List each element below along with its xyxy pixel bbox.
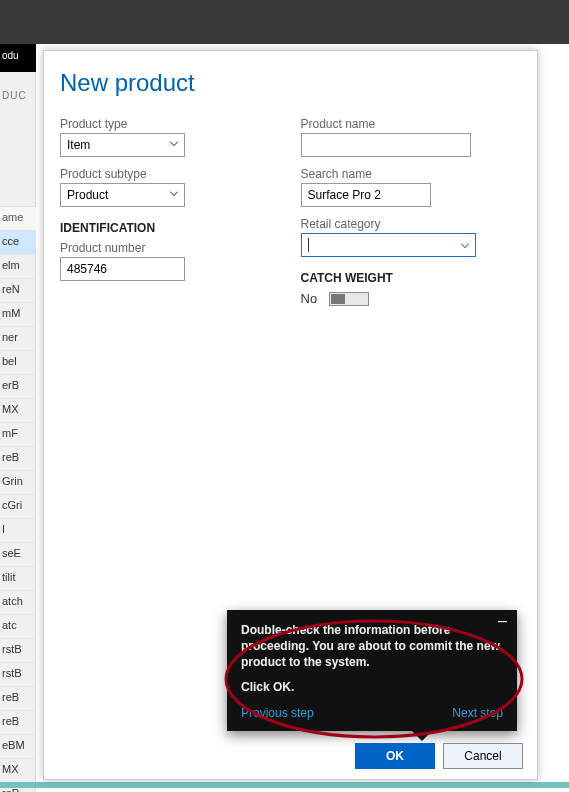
app-top-bar: [0, 0, 569, 44]
list-item[interactable]: cGri: [0, 494, 36, 518]
product-name-input[interactable]: [301, 133, 471, 157]
list-item[interactable]: rstB: [0, 638, 36, 662]
new-product-dialog: New product Product type Item Product su…: [43, 50, 538, 780]
tooltip-next-link[interactable]: Next step: [452, 705, 503, 721]
tooltip-body-text: Double-check the information before proc…: [241, 622, 503, 671]
catch-weight-heading: CATCH WEIGHT: [301, 271, 522, 285]
search-name-input[interactable]: [301, 183, 431, 207]
list-item[interactable]: cce: [0, 230, 36, 254]
form-right-column: Product name Search name Retail category…: [301, 115, 522, 306]
form-left-column: Product type Item Product subtype Produc…: [60, 115, 281, 306]
chevron-down-icon: [459, 238, 471, 256]
list-item[interactable]: ner: [0, 326, 36, 350]
background-sidebar: odu DUC amecceelmreNmMnerbelerBMXmFreBGr…: [0, 44, 36, 792]
sidebar-section-fragment: DUC: [2, 90, 27, 101]
product-subtype-label: Product subtype: [60, 167, 281, 181]
retail-category-select[interactable]: [301, 233, 476, 257]
product-subtype-value: Product: [67, 188, 108, 202]
list-item[interactable]: bel: [0, 350, 36, 374]
list-item[interactable]: reB: [0, 446, 36, 470]
toggle-knob-icon: [331, 294, 345, 304]
product-number-label: Product number: [60, 241, 281, 255]
list-item[interactable]: atch: [0, 590, 36, 614]
tooltip-previous-link[interactable]: Previous step: [241, 705, 314, 721]
list-item[interactable]: mM: [0, 302, 36, 326]
search-name-label: Search name: [301, 167, 522, 181]
bottom-accent-bar: [0, 782, 569, 788]
tooltip-action-text: Click OK.: [241, 679, 503, 695]
list-item[interactable]: MX: [0, 398, 36, 422]
identification-heading: IDENTIFICATION: [60, 221, 281, 235]
list-item[interactable]: rstB: [0, 662, 36, 686]
retail-category-label: Retail category: [301, 217, 522, 231]
tooltip-minimize-button[interactable]: –: [498, 616, 507, 626]
product-type-label: Product type: [60, 117, 281, 131]
chevron-down-icon: [168, 138, 180, 153]
list-item[interactable]: erB: [0, 374, 36, 398]
sidebar-header-fragment: odu: [0, 44, 36, 72]
list-item[interactable]: tilit: [0, 566, 36, 590]
tooltip-arrow-icon: [412, 731, 432, 741]
product-type-select[interactable]: Item: [60, 133, 185, 157]
product-subtype-select[interactable]: Product: [60, 183, 185, 207]
task-guide-tooltip: – Double-check the information before pr…: [227, 610, 517, 731]
chevron-down-icon: [168, 188, 180, 203]
dialog-title: New product: [44, 51, 537, 115]
dialog-action-bar: OK Cancel: [355, 743, 523, 769]
list-item[interactable]: reB: [0, 710, 36, 734]
product-number-input[interactable]: [60, 257, 185, 281]
list-item[interactable]: MX: [0, 758, 36, 782]
list-item[interactable]: I: [0, 518, 36, 542]
catch-weight-state: No: [301, 291, 318, 306]
list-item[interactable]: elm: [0, 254, 36, 278]
list-item[interactable]: reN: [0, 278, 36, 302]
catch-weight-toggle[interactable]: [329, 292, 369, 306]
sidebar-list-header: ame: [0, 206, 36, 230]
text-cursor-icon: [308, 238, 309, 252]
list-item[interactable]: atc: [0, 614, 36, 638]
product-name-label: Product name: [301, 117, 522, 131]
list-item[interactable]: Grin: [0, 470, 36, 494]
product-type-value: Item: [67, 138, 90, 152]
list-item[interactable]: reB: [0, 686, 36, 710]
sidebar-list-fragment: amecceelmreNmMnerbelerBMXmFreBGrincGriIs…: [0, 206, 36, 792]
list-item[interactable]: eBM: [0, 734, 36, 758]
cancel-button[interactable]: Cancel: [443, 743, 523, 769]
ok-button[interactable]: OK: [355, 743, 435, 769]
list-item[interactable]: mF: [0, 422, 36, 446]
list-item[interactable]: seE: [0, 542, 36, 566]
